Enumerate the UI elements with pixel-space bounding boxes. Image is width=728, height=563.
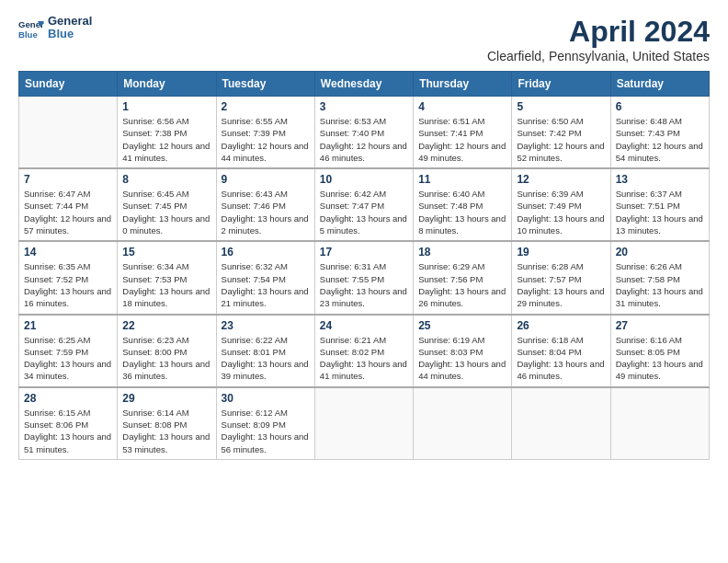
day-number: 20 [616, 246, 704, 259]
calendar-cell: 14Sunrise: 6:35 AMSunset: 7:52 PMDayligh… [19, 241, 118, 314]
day-detail: Sunrise: 6:18 AMSunset: 8:04 PMDaylight:… [517, 334, 605, 383]
day-number: 12 [517, 173, 605, 186]
calendar-cell: 15Sunrise: 6:34 AMSunset: 7:53 PMDayligh… [118, 241, 216, 314]
day-detail: Sunrise: 6:48 AMSunset: 7:43 PMDaylight:… [616, 115, 704, 164]
week-row-3: 14Sunrise: 6:35 AMSunset: 7:52 PMDayligh… [19, 241, 710, 314]
calendar-cell: 29Sunrise: 6:14 AMSunset: 8:08 PMDayligh… [118, 387, 216, 460]
day-number: 6 [616, 100, 704, 113]
day-number: 17 [320, 246, 408, 259]
day-number: 11 [418, 173, 506, 186]
logo-icon: General Blue [18, 15, 44, 40]
day-detail: Sunrise: 6:53 AMSunset: 7:40 PMDaylight:… [320, 115, 408, 164]
day-detail: Sunrise: 6:42 AMSunset: 7:47 PMDaylight:… [320, 188, 408, 236]
column-header-monday: Monday [118, 72, 216, 97]
calendar-cell: 12Sunrise: 6:39 AMSunset: 7:49 PMDayligh… [512, 168, 610, 241]
main-title: April 2024 [487, 15, 710, 49]
calendar-header: SundayMondayTuesdayWednesdayThursdayFrid… [19, 72, 710, 97]
calendar-cell: 27Sunrise: 6:16 AMSunset: 8:05 PMDayligh… [610, 315, 709, 387]
day-number: 24 [320, 319, 408, 332]
calendar-cell: 4Sunrise: 6:51 AMSunset: 7:41 PMDaylight… [414, 97, 512, 169]
day-detail: Sunrise: 6:16 AMSunset: 8:05 PMDaylight:… [616, 334, 704, 383]
header: General Blue General Blue April 2024 Cle… [18, 15, 710, 63]
day-detail: Sunrise: 6:29 AMSunset: 7:56 PMDaylight:… [418, 260, 506, 309]
day-detail: Sunrise: 6:43 AMSunset: 7:46 PMDaylight:… [222, 188, 310, 236]
day-number: 4 [418, 100, 506, 113]
day-number: 7 [24, 173, 112, 186]
day-detail: Sunrise: 6:37 AMSunset: 7:51 PMDaylight:… [616, 188, 704, 236]
calendar-cell: 16Sunrise: 6:32 AMSunset: 7:54 PMDayligh… [216, 241, 314, 314]
day-detail: Sunrise: 6:15 AMSunset: 8:06 PMDaylight:… [24, 407, 112, 455]
day-number: 5 [517, 100, 605, 113]
calendar-cell: 30Sunrise: 6:12 AMSunset: 8:09 PMDayligh… [216, 387, 314, 460]
day-number: 30 [222, 392, 310, 405]
day-detail: Sunrise: 6:31 AMSunset: 7:55 PMDaylight:… [320, 260, 408, 309]
calendar-cell: 10Sunrise: 6:42 AMSunset: 7:47 PMDayligh… [314, 168, 413, 241]
day-number: 8 [122, 173, 210, 186]
calendar-cell: 11Sunrise: 6:40 AMSunset: 7:48 PMDayligh… [414, 168, 512, 241]
column-header-wednesday: Wednesday [314, 72, 413, 97]
title-area: April 2024 Clearfield, Pennsylvania, Uni… [487, 15, 710, 63]
column-header-sunday: Sunday [19, 72, 118, 97]
calendar-cell: 5Sunrise: 6:50 AMSunset: 7:42 PMDaylight… [512, 97, 610, 169]
day-number: 18 [418, 246, 506, 259]
day-detail: Sunrise: 6:25 AMSunset: 7:59 PMDaylight:… [24, 334, 112, 383]
calendar-cell [314, 387, 413, 460]
day-number: 28 [24, 392, 112, 405]
week-row-2: 7Sunrise: 6:47 AMSunset: 7:44 PMDaylight… [19, 168, 710, 241]
day-detail: Sunrise: 6:47 AMSunset: 7:44 PMDaylight:… [24, 188, 112, 236]
day-number: 15 [122, 246, 210, 259]
calendar-cell: 19Sunrise: 6:28 AMSunset: 7:57 PMDayligh… [512, 241, 610, 314]
calendar-cell: 21Sunrise: 6:25 AMSunset: 7:59 PMDayligh… [19, 315, 118, 387]
calendar-cell [512, 387, 610, 460]
svg-text:Blue: Blue [18, 29, 38, 40]
day-number: 29 [122, 392, 210, 405]
day-number: 10 [320, 173, 408, 186]
calendar-cell: 2Sunrise: 6:55 AMSunset: 7:39 PMDaylight… [216, 97, 314, 169]
day-detail: Sunrise: 6:23 AMSunset: 8:00 PMDaylight:… [122, 334, 210, 383]
day-number: 16 [222, 246, 310, 259]
calendar-cell: 3Sunrise: 6:53 AMSunset: 7:40 PMDaylight… [314, 97, 413, 169]
day-detail: Sunrise: 6:45 AMSunset: 7:45 PMDaylight:… [122, 188, 210, 236]
header-row: SundayMondayTuesdayWednesdayThursdayFrid… [19, 72, 710, 97]
day-detail: Sunrise: 6:19 AMSunset: 8:03 PMDaylight:… [418, 334, 506, 383]
day-detail: Sunrise: 6:14 AMSunset: 8:08 PMDaylight:… [122, 407, 210, 455]
column-header-thursday: Thursday [414, 72, 512, 97]
calendar-cell: 6Sunrise: 6:48 AMSunset: 7:43 PMDaylight… [610, 97, 709, 169]
calendar-cell: 1Sunrise: 6:56 AMSunset: 7:38 PMDaylight… [118, 97, 216, 169]
day-detail: Sunrise: 6:21 AMSunset: 8:02 PMDaylight:… [320, 334, 408, 383]
week-row-5: 28Sunrise: 6:15 AMSunset: 8:06 PMDayligh… [19, 387, 710, 460]
day-detail: Sunrise: 6:50 AMSunset: 7:42 PMDaylight:… [517, 115, 605, 164]
calendar-cell: 20Sunrise: 6:26 AMSunset: 7:58 PMDayligh… [610, 241, 709, 314]
day-detail: Sunrise: 6:26 AMSunset: 7:58 PMDaylight:… [616, 260, 704, 309]
day-number: 2 [222, 100, 310, 113]
calendar-cell: 23Sunrise: 6:22 AMSunset: 8:01 PMDayligh… [216, 315, 314, 387]
day-number: 19 [517, 246, 605, 259]
calendar-body: 1Sunrise: 6:56 AMSunset: 7:38 PMDaylight… [19, 97, 710, 460]
day-number: 9 [222, 173, 310, 186]
subtitle: Clearfield, Pennsylvania, United States [487, 49, 710, 63]
day-detail: Sunrise: 6:35 AMSunset: 7:52 PMDaylight:… [24, 260, 112, 309]
day-detail: Sunrise: 6:51 AMSunset: 7:41 PMDaylight:… [418, 115, 506, 164]
week-row-4: 21Sunrise: 6:25 AMSunset: 7:59 PMDayligh… [19, 315, 710, 387]
calendar-cell: 26Sunrise: 6:18 AMSunset: 8:04 PMDayligh… [512, 315, 610, 387]
calendar-cell: 22Sunrise: 6:23 AMSunset: 8:00 PMDayligh… [118, 315, 216, 387]
day-detail: Sunrise: 6:34 AMSunset: 7:53 PMDaylight:… [122, 260, 210, 309]
calendar-cell: 7Sunrise: 6:47 AMSunset: 7:44 PMDaylight… [19, 168, 118, 241]
logo: General Blue General Blue [18, 15, 92, 41]
column-header-saturday: Saturday [610, 72, 709, 97]
logo-line2: Blue [48, 28, 92, 40]
calendar-cell [19, 97, 118, 169]
calendar-cell: 24Sunrise: 6:21 AMSunset: 8:02 PMDayligh… [314, 315, 413, 387]
calendar: SundayMondayTuesdayWednesdayThursdayFrid… [18, 71, 710, 460]
calendar-cell: 18Sunrise: 6:29 AMSunset: 7:56 PMDayligh… [414, 241, 512, 314]
day-number: 25 [418, 319, 506, 332]
column-header-tuesday: Tuesday [216, 72, 314, 97]
day-number: 14 [24, 246, 112, 259]
column-header-friday: Friday [512, 72, 610, 97]
week-row-1: 1Sunrise: 6:56 AMSunset: 7:38 PMDaylight… [19, 97, 710, 169]
calendar-cell [610, 387, 709, 460]
day-detail: Sunrise: 6:56 AMSunset: 7:38 PMDaylight:… [122, 115, 210, 164]
day-number: 27 [616, 319, 704, 332]
calendar-cell: 25Sunrise: 6:19 AMSunset: 8:03 PMDayligh… [414, 315, 512, 387]
calendar-cell: 13Sunrise: 6:37 AMSunset: 7:51 PMDayligh… [610, 168, 709, 241]
